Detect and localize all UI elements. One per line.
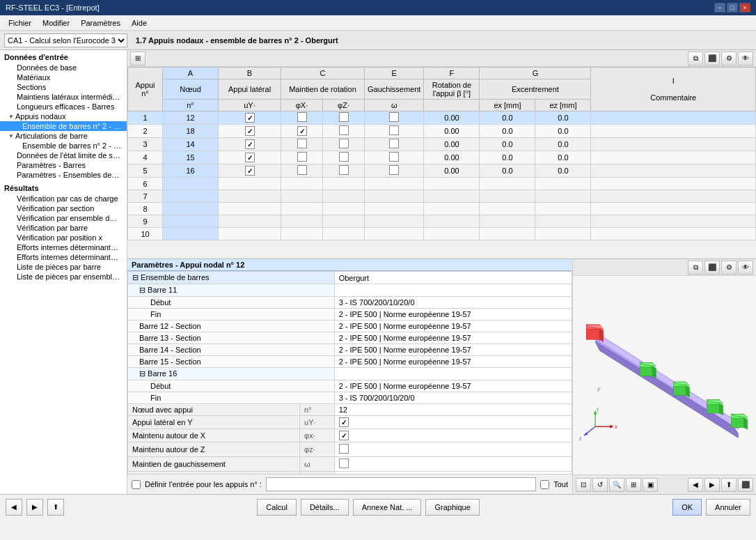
maximize-button[interactable]: □ (727, 3, 738, 13)
view-btn-nav3[interactable]: ⬆ (721, 478, 737, 492)
checkbox-cell[interactable] (245, 139, 255, 149)
tree-item-verif-section[interactable]: Vérification par section (0, 203, 127, 213)
table-cell[interactable] (219, 228, 281, 240)
tree-item-efforts-2[interactable]: Efforts internes déterminants p... (0, 252, 127, 262)
menu-modifier[interactable]: Modifier (37, 17, 75, 29)
checkbox-cell[interactable] (389, 165, 399, 175)
annexe-button[interactable]: Annexe Nat. ... (353, 499, 422, 516)
minimize-button[interactable]: − (714, 3, 725, 13)
nav-up-button[interactable]: ⬆ (47, 499, 64, 516)
checkbox-cell[interactable] (389, 139, 399, 148)
table-cell[interactable] (365, 151, 424, 164)
view-icon-export2[interactable]: ⬛ (704, 261, 720, 275)
nav-next-button[interactable]: ▶ (26, 499, 43, 516)
table-icon-eye[interactable]: 👁 (738, 52, 753, 65)
noeud-appui-value[interactable]: 12 (334, 404, 572, 416)
view-icon-settings2[interactable]: ⚙ (721, 261, 737, 275)
view-btn-nav4[interactable]: ⬛ (738, 478, 753, 492)
maintien-x-value[interactable] (334, 429, 572, 442)
tree-item-materiaux[interactable]: Matériaux (0, 72, 127, 82)
table-cell[interactable] (365, 111, 424, 125)
tree-item-longueurs[interactable]: Longueurs efficaces - Barres (0, 102, 127, 111)
tree-item-maintiens[interactable]: Maintiens latéraux intermédiair... (0, 92, 127, 102)
appui-lat-y-checkbox[interactable] (339, 417, 349, 427)
tree-item-params-barres[interactable]: Paramètres - Barres (0, 160, 127, 170)
maintien-gauch-checkbox[interactable] (339, 458, 349, 468)
table-cell[interactable] (323, 228, 365, 240)
table-cell[interactable] (281, 228, 323, 240)
tree-item-liste-barres[interactable]: Liste de pièces par barre (0, 262, 127, 272)
checkbox-cell[interactable] (339, 125, 349, 135)
barre11-group[interactable]: ⊟ Barre 11 (128, 284, 335, 297)
checkbox-cell[interactable] (297, 126, 307, 136)
table-icon-export2[interactable]: ⬛ (704, 52, 720, 65)
table-cell[interactable] (281, 151, 323, 164)
table-cell[interactable] (323, 151, 365, 164)
table-cell[interactable] (323, 125, 365, 138)
table-icon-export1[interactable]: ⧉ (688, 52, 703, 65)
checkbox-cell[interactable] (389, 125, 399, 135)
table-cell[interactable] (219, 138, 281, 151)
checkbox-cell[interactable] (297, 152, 307, 162)
table-cell[interactable] (281, 138, 323, 151)
table-cell[interactable] (323, 203, 365, 215)
details-button[interactable]: Détails... (301, 499, 349, 516)
table-cell[interactable] (219, 203, 281, 215)
maintien-z-value[interactable] (334, 442, 572, 457)
table-cell[interactable]: 14 (163, 138, 219, 151)
view-btn-zoom[interactable]: 🔍 (609, 478, 624, 492)
ok-button[interactable]: OK (672, 499, 702, 516)
checkbox-cell[interactable] (339, 112, 349, 122)
view-btn-rotate[interactable]: ↺ (592, 478, 608, 492)
params-content[interactable]: ⊟ Ensemble de barres Obergurt ⊟ Barre 11 (127, 271, 572, 474)
annuler-button[interactable]: Annuler (706, 499, 750, 516)
checkbox-cell[interactable] (297, 165, 307, 175)
table-cell[interactable] (163, 203, 219, 215)
table-cell[interactable] (219, 125, 281, 138)
appui-lat-y-value[interactable] (334, 416, 572, 429)
maintien-gauch-value[interactable] (334, 457, 572, 472)
checkbox-cell[interactable] (297, 112, 307, 122)
case-select[interactable]: CA1 - Calcul selon l'Eurocode 3 (4, 33, 127, 47)
checkbox-cell[interactable] (297, 139, 307, 148)
table-cell[interactable]: 9 (128, 215, 163, 228)
tree-item-verif-ensemble[interactable]: Vérification par ensemble de ba... (0, 213, 127, 223)
view-btn-nav1[interactable]: ◀ (688, 478, 703, 492)
tree-group-articulations[interactable]: ▼ Articulations de barre (0, 131, 127, 141)
table-cell[interactable] (163, 178, 219, 190)
table-cell[interactable] (281, 190, 323, 203)
checkbox-cell[interactable] (245, 113, 255, 123)
calcul-button[interactable]: Calcul (257, 499, 297, 516)
menu-aide[interactable]: Aide (126, 17, 152, 29)
view-btn-grid[interactable]: ⊞ (626, 478, 641, 492)
nav-prev-button[interactable]: ◀ (6, 499, 22, 516)
tree-item-ensemble-appuis[interactable]: Ensemble de barres n° 2 - O... (0, 121, 127, 131)
barre16-group[interactable]: ⊟ Barre 16 (128, 368, 335, 380)
table-cell[interactable] (365, 228, 424, 240)
checkbox-cell[interactable] (245, 126, 255, 136)
table-cell[interactable]: 15 (163, 151, 219, 164)
table-cell[interactable] (219, 111, 281, 125)
table-cell[interactable] (219, 178, 281, 190)
table-cell[interactable] (163, 228, 219, 240)
appuis-input[interactable] (266, 477, 536, 491)
tree-scroll[interactable]: Données d'entrée Données de base Matéria… (0, 52, 127, 493)
table-cell[interactable] (323, 178, 365, 190)
table-cell[interactable] (281, 203, 323, 215)
table-cell[interactable] (365, 138, 424, 151)
view-btn-render[interactable]: ▣ (643, 478, 658, 492)
tree-group-appuis[interactable]: ▼ Appuis nodaux (0, 111, 127, 121)
table-cell[interactable] (281, 215, 323, 228)
tree-item-donnees-base[interactable]: Données de base (0, 63, 127, 72)
table-cell[interactable]: 10 (128, 228, 163, 240)
tree-item-ensemble-artic[interactable]: Ensemble de barres n° 2 - O... (0, 141, 127, 151)
table-container[interactable]: Appuin° A B C E F G ICommentaire Nœud Ap… (127, 67, 756, 259)
table-cell[interactable]: 5 (128, 164, 163, 178)
tree-item-verif-position[interactable]: Vérification par position x (0, 233, 127, 242)
checkbox-cell[interactable] (389, 152, 399, 162)
table-cell[interactable]: 6 (128, 178, 163, 190)
table-cell[interactable]: 4 (128, 151, 163, 164)
table-cell[interactable] (365, 178, 424, 190)
view-icon-eye2[interactable]: 👁 (738, 261, 753, 275)
table-cell[interactable] (323, 215, 365, 228)
